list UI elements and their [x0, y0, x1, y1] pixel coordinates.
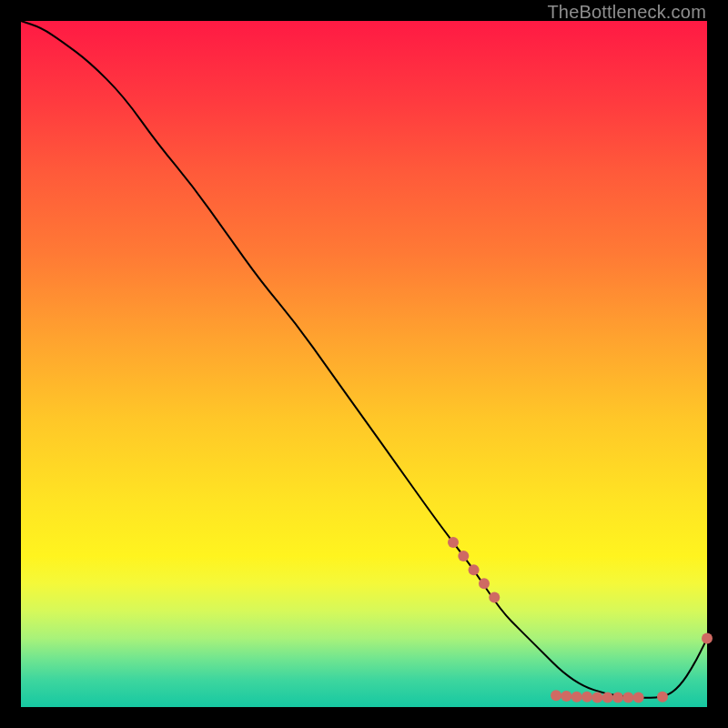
- data-point: [581, 692, 592, 703]
- markers-layer: [448, 537, 713, 703]
- chart-stage: TheBottleneck.com: [0, 0, 728, 728]
- data-point: [612, 692, 623, 703]
- data-point: [458, 551, 469, 561]
- data-point: [561, 691, 571, 702]
- data-point: [602, 692, 613, 703]
- watermark-text: TheBottleneck.com: [547, 2, 706, 23]
- chart-overlay: [21, 21, 707, 707]
- data-point: [633, 692, 644, 703]
- data-point: [469, 564, 480, 575]
- data-point: [657, 692, 668, 703]
- data-point: [571, 692, 582, 703]
- data-point: [479, 578, 490, 589]
- data-point: [702, 633, 713, 644]
- curve-layer: [21, 21, 707, 698]
- data-point: [592, 692, 602, 703]
- data-point: [622, 692, 633, 703]
- data-point: [448, 537, 459, 548]
- data-point: [551, 690, 561, 701]
- bottleneck-curve: [21, 21, 707, 698]
- data-point: [489, 592, 500, 602]
